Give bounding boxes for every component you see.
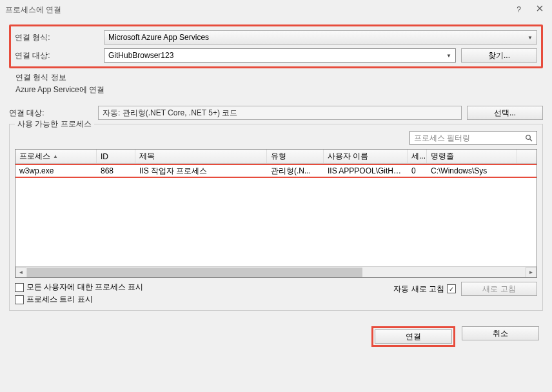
column-cmdline[interactable]: 명령줄 — [427, 150, 517, 163]
dialog-footer: 연결 취소 — [9, 326, 543, 347]
scroll-right-icon[interactable]: ► — [526, 267, 537, 278]
auto-refresh-checkbox[interactable]: ✓ — [447, 284, 456, 293]
connection-type-label: 연결 형식: — [15, 32, 99, 43]
titlebar: 프로세스에 연결 ? — [0, 0, 552, 19]
help-icon[interactable]: ? — [517, 5, 521, 14]
attach-button[interactable]: 연결 — [375, 329, 452, 344]
connection-info: 연결 형식 정보 Azure App Service에 연결 — [15, 72, 543, 95]
scroll-left-icon[interactable]: ◄ — [15, 267, 26, 278]
select-button[interactable]: 선택... — [467, 106, 543, 120]
cell-session: 0 — [408, 166, 427, 176]
show-process-tree-label: 프로세스 트리 표시 — [26, 294, 93, 305]
connection-target-value: GitHubBrowser123 — [108, 51, 173, 60]
cancel-button[interactable]: 취소 — [462, 326, 539, 340]
connection-type-value: Microsoft Azure App Services — [108, 33, 209, 42]
table-header: 프로세스 ▲ ID 제목 유형 사용자 이름 세... 명령줄 — [15, 150, 537, 164]
attach-target-value: 자동: 관리형(.NET Core, .NET 5+) 코드 — [103, 108, 237, 119]
processes-group-title: 사용 가능한 프로세스 — [15, 119, 94, 130]
cell-process: w3wp.exe — [15, 166, 97, 176]
column-title[interactable]: 제목 — [135, 150, 267, 163]
connection-section-highlight: 연결 형식: Microsoft Azure App Services ▼ 연결… — [9, 24, 543, 68]
svg-point-0 — [526, 135, 531, 140]
scroll-thumb[interactable] — [27, 268, 362, 277]
show-process-tree-checkbox[interactable] — [15, 295, 24, 304]
filter-placeholder: 프로세스 필터링 — [414, 133, 470, 144]
process-table: 프로세스 ▲ ID 제목 유형 사용자 이름 세... 명령줄 w3wp.exe… — [15, 149, 537, 278]
cell-type: 관리형(.N... — [267, 165, 324, 177]
cell-title: IIS 작업자 프로세스 — [135, 165, 267, 177]
horizontal-scrollbar[interactable]: ◄ ► — [15, 266, 537, 277]
column-id[interactable]: ID — [97, 150, 135, 163]
table-row[interactable]: w3wp.exe 868 IIS 작업자 프로세스 관리형(.N... IIS … — [15, 165, 537, 177]
auto-refresh-label: 자동 새로 고침 — [393, 284, 444, 295]
close-icon[interactable] — [537, 5, 543, 14]
attach-target-label: 연결 대상: — [9, 108, 93, 119]
chevron-down-icon: ▼ — [527, 35, 533, 41]
attach-button-highlight: 연결 — [371, 326, 455, 347]
connection-target-input[interactable]: GitHubBrowser123 ▼ — [104, 48, 456, 63]
processes-group: 사용 가능한 프로세스 프로세스 필터링 프로세스 ▲ ID 제목 유형 사용자… — [9, 124, 543, 311]
process-row-highlight: w3wp.exe 868 IIS 작업자 프로세스 관리형(.N... IIS … — [15, 164, 537, 178]
find-button[interactable]: 찾기... — [461, 48, 537, 63]
chevron-down-icon: ▼ — [446, 53, 451, 59]
column-user[interactable]: 사용자 이름 — [324, 150, 408, 163]
show-all-users-checkbox[interactable] — [15, 283, 24, 292]
connection-info-title: 연결 형식 정보 — [15, 72, 543, 83]
filter-input[interactable]: 프로세스 필터링 — [409, 131, 537, 145]
cell-cmdline: C:\Windows\Sys — [427, 166, 517, 176]
cell-id: 868 — [97, 166, 135, 176]
column-type[interactable]: 유형 — [267, 150, 324, 163]
attach-target-field: 자동: 관리형(.NET Core, .NET 5+) 코드 — [98, 106, 462, 120]
search-icon — [525, 134, 533, 142]
connection-target-label: 연결 대상: — [15, 50, 99, 61]
cell-user: IIS APPPOOL\GitHub... — [324, 166, 408, 176]
column-process[interactable]: 프로세스 ▲ — [15, 150, 97, 163]
column-session[interactable]: 세... — [408, 150, 427, 163]
dialog-title: 프로세스에 연결 — [5, 5, 61, 15]
connection-type-dropdown[interactable]: Microsoft Azure App Services ▼ — [104, 30, 537, 44]
show-all-users-label: 모든 사용자에 대한 프로세스 표시 — [26, 282, 143, 293]
refresh-button[interactable]: 새로 고침 — [461, 282, 537, 296]
connection-info-text: Azure App Service에 연결 — [15, 84, 543, 95]
sort-asc-icon: ▲ — [53, 153, 58, 159]
